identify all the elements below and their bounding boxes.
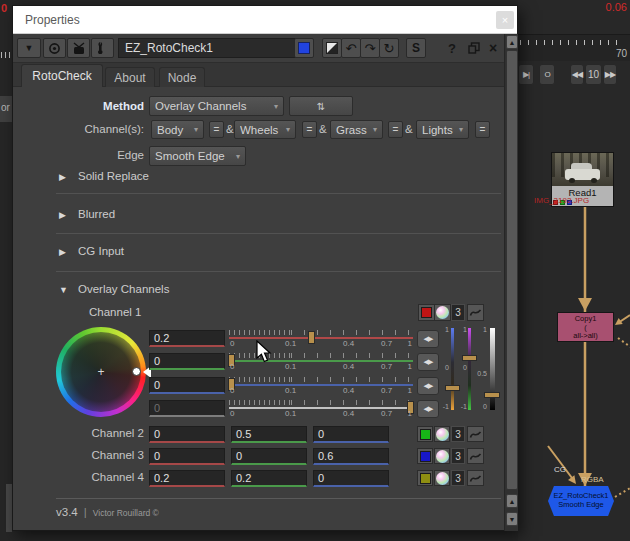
channel2-red-field[interactable]: 0 xyxy=(149,426,225,443)
channel-eq-button-2[interactable]: = xyxy=(302,121,317,138)
center-node-button[interactable] xyxy=(43,38,66,58)
vslider-handle[interactable] xyxy=(462,355,477,361)
section-overlay-channels[interactable]: Overlay Channels xyxy=(78,283,169,295)
copy-node[interactable]: Copy1 ( all->all) xyxy=(557,312,614,342)
channel1-alpha-slider[interactable]: 0 0.1 0.4 0.7 1 xyxy=(229,400,413,420)
tab-rotocheck[interactable]: RotoCheck xyxy=(21,64,103,87)
chevron-down-icon: ▾ xyxy=(274,102,278,111)
channel3-green-field[interactable]: 0 xyxy=(231,448,307,465)
blue-swatch-icon xyxy=(298,42,310,54)
method-dropdown[interactable]: Overlay Channels ▾ xyxy=(149,96,284,116)
vertical-slider-intensity[interactable]: 1 0.5 0 xyxy=(477,326,503,418)
method-swap-button[interactable]: ⇅ xyxy=(289,96,353,116)
slider-range-button[interactable]: ◀▶ xyxy=(417,330,439,348)
channel4-blue-field[interactable]: 0 xyxy=(313,470,389,487)
channel-eq-button-1[interactable]: = xyxy=(209,121,224,138)
chevron-down-icon: ▾ xyxy=(373,125,377,134)
channel4-color-swatch[interactable] xyxy=(417,470,433,486)
tick-label: 1 xyxy=(408,339,412,348)
node-menu-button[interactable]: ▼ xyxy=(17,38,41,58)
channel-eq-button-3[interactable]: = xyxy=(388,121,403,138)
float-panel-button[interactable] xyxy=(465,38,483,58)
channel-dropdown-lights[interactable]: Lights ▾ xyxy=(416,120,469,139)
channel3-count-button[interactable]: 3 xyxy=(451,448,465,464)
channel1-curve-button[interactable] xyxy=(467,304,484,321)
rotocheck-node[interactable]: EZ_RotoCheck1 Smooth Edge xyxy=(548,486,614,516)
channel4-red-field[interactable]: 0.2 xyxy=(149,470,225,487)
undo-button[interactable]: ↶ xyxy=(341,38,361,58)
channel1-green-field[interactable]: 0 xyxy=(149,353,225,370)
channel2-count-button[interactable]: 3 xyxy=(451,426,465,442)
script-button[interactable]: S xyxy=(406,38,426,58)
channel-eq-button-4[interactable]: = xyxy=(475,121,490,138)
tv-icon xyxy=(72,42,86,55)
section-cg-input[interactable]: CG Input xyxy=(78,245,124,257)
triangle-collapsed-icon[interactable]: ▶ xyxy=(59,172,66,182)
channel2-curve-button[interactable] xyxy=(467,426,484,442)
triangle-expanded-icon[interactable]: ▼ xyxy=(59,285,68,295)
vslider-handle[interactable] xyxy=(484,392,500,398)
channel1-blue-slider[interactable]: 0 0.1 0.4 0.7 1 xyxy=(229,377,413,397)
channel3-colorwheel-button[interactable] xyxy=(434,448,450,464)
version-label: v3.4 xyxy=(56,506,78,518)
channel1-red-field[interactable]: 0.2 xyxy=(149,330,225,347)
channel4-green-field[interactable]: 0.2 xyxy=(231,470,307,487)
channel2-green-field[interactable]: 0.5 xyxy=(231,426,307,443)
tab-about[interactable]: About xyxy=(105,67,155,87)
panel-titlebar[interactable]: Properties × xyxy=(13,6,517,34)
color-wheel-marker[interactable] xyxy=(132,367,141,376)
edge-value: Smooth Edge xyxy=(155,150,232,162)
vslider-label: 1 xyxy=(439,326,449,333)
channel-dropdown-grass[interactable]: Grass ▾ xyxy=(330,120,383,139)
channel3-blue-field[interactable]: 0.6 xyxy=(313,448,389,465)
node-name-field[interactable]: EZ_RotoCheck1 xyxy=(118,38,296,58)
channel2-colorwheel-button[interactable] xyxy=(434,426,450,442)
channel1-count-button[interactable]: 3 xyxy=(451,304,465,321)
redo-button[interactable]: ↷ xyxy=(360,38,380,58)
slider-range-button[interactable]: ◀▶ xyxy=(417,353,439,371)
channel1-color-swatch[interactable] xyxy=(418,304,435,321)
channel4-colorwheel-button[interactable] xyxy=(434,470,450,486)
section-solid-replace[interactable]: Solid Replace xyxy=(78,170,149,182)
revert-button[interactable]: ↻ xyxy=(379,38,399,58)
panel-scrollbar[interactable]: ▲ ▲ ▼ xyxy=(504,34,518,531)
scrollbar-thumb[interactable] xyxy=(506,50,518,490)
close-panel-button[interactable]: × xyxy=(485,38,501,58)
channel2-blue-field[interactable]: 0 xyxy=(313,426,389,443)
channel1-blue-field[interactable]: 0 xyxy=(149,377,225,394)
panel-title: Properties xyxy=(25,13,80,27)
overlay-swatch-button[interactable] xyxy=(322,38,342,58)
triangle-collapsed-icon[interactable]: ▶ xyxy=(59,210,66,220)
section-divider xyxy=(56,271,501,272)
triangle-collapsed-icon[interactable]: ▶ xyxy=(59,247,66,257)
vslider-label: 1 xyxy=(477,326,487,333)
channel3-color-swatch[interactable] xyxy=(417,448,433,464)
channel4-count-button[interactable]: 3 xyxy=(451,470,465,486)
node-graph-panel[interactable]: 0.06 70 ▶| O ◀◀ 10 ▶▶ xyxy=(518,0,630,541)
edge-dropdown[interactable]: Smooth Edge ▾ xyxy=(149,146,246,166)
monitor-out-button[interactable] xyxy=(67,38,90,58)
red-swatch xyxy=(421,307,432,318)
settings-button[interactable] xyxy=(91,38,114,58)
channel3-red-field[interactable]: 0 xyxy=(149,448,225,465)
background-left-ticks xyxy=(1,52,10,58)
slider-range-button[interactable]: ◀▶ xyxy=(417,377,439,395)
slider-range-button[interactable]: ◀▶ xyxy=(417,400,439,418)
channel1-alpha-field[interactable]: 0 xyxy=(149,400,225,417)
scroll-up-button-bottom[interactable]: ▲ xyxy=(506,494,518,508)
color-swatch-button[interactable] xyxy=(294,38,314,58)
tab-node[interactable]: Node xyxy=(159,67,205,87)
thumbnail-car-wheel xyxy=(569,178,575,183)
scroll-up-button[interactable]: ▲ xyxy=(506,35,518,49)
channel-dropdown-body[interactable]: Body ▾ xyxy=(151,120,204,139)
help-button[interactable]: ? xyxy=(444,38,460,58)
channel1-colorwheel-button[interactable] xyxy=(434,304,451,321)
channel4-curve-button[interactable] xyxy=(467,470,484,486)
color-wheel[interactable]: + xyxy=(56,327,146,417)
channel2-color-swatch[interactable] xyxy=(417,426,433,442)
titlebar-close-button[interactable]: × xyxy=(496,11,514,29)
channel-dropdown-wheels[interactable]: Wheels ▾ xyxy=(234,120,296,139)
channel3-curve-button[interactable] xyxy=(467,448,484,464)
section-blurred[interactable]: Blurred xyxy=(78,208,115,220)
scroll-down-button[interactable]: ▼ xyxy=(506,512,518,526)
